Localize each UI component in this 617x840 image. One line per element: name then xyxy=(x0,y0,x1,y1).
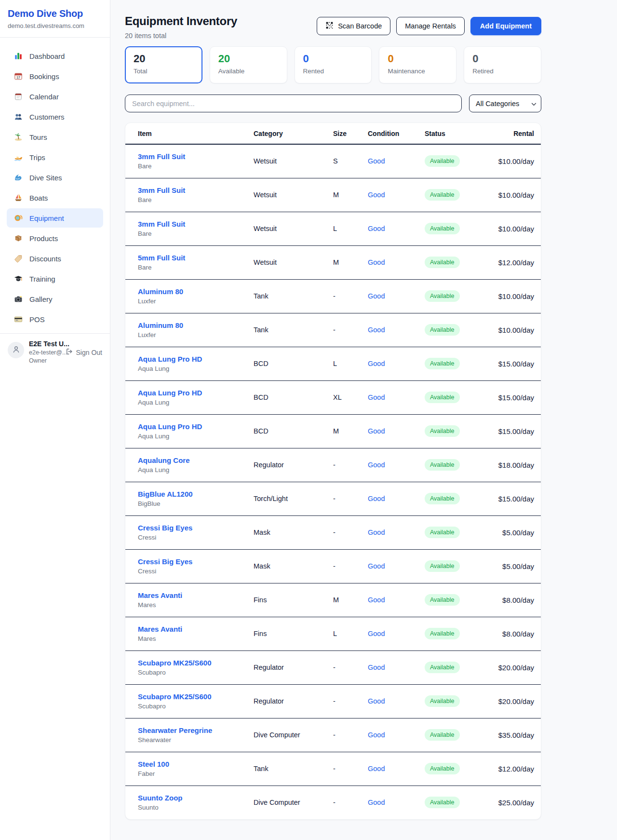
sidebar-item-trips[interactable]: Trips xyxy=(7,148,103,167)
item-condition-link[interactable]: Good xyxy=(368,427,385,435)
sidebar-item-dashboard[interactable]: Dashboard xyxy=(7,46,103,66)
item-name-link[interactable]: Scubapro MK25/S600 xyxy=(138,692,212,701)
sidebar-item-equipment[interactable]: Equipment xyxy=(7,208,103,228)
sidebar-item-discounts[interactable]: Discounts xyxy=(7,249,103,268)
item-name-link[interactable]: 3mm Full Suit xyxy=(138,186,185,194)
sidebar-item-label: Tours xyxy=(29,133,47,141)
item-condition-link[interactable]: Good xyxy=(368,258,385,266)
status-badge: Available xyxy=(425,628,460,639)
avatar xyxy=(8,342,24,358)
item-condition-link[interactable]: Good xyxy=(368,799,385,806)
logout-icon xyxy=(66,348,73,357)
status-badge: Available xyxy=(425,695,460,707)
item-rental-price: $20.00/day xyxy=(495,684,541,718)
item-rental-price: $10.00/day xyxy=(495,144,541,178)
stat-card-available[interactable]: 20 Available xyxy=(210,46,287,83)
brand-name[interactable]: Demo Dive Shop xyxy=(8,8,102,19)
item-size: - xyxy=(333,718,368,752)
item-condition-link[interactable]: Good xyxy=(368,191,385,199)
status-badge: Available xyxy=(425,527,460,538)
item-category: Regulator xyxy=(254,684,333,718)
column-header-item: Item xyxy=(125,123,254,144)
item-name-link[interactable]: Aqua Lung Pro HD xyxy=(138,422,202,431)
item-condition-link[interactable]: Good xyxy=(368,596,385,604)
item-rental-price: $15.00/day xyxy=(495,380,541,414)
item-condition-link[interactable]: Good xyxy=(368,562,385,570)
item-rental-price: $20.00/day xyxy=(495,650,541,684)
item-condition-link[interactable]: Good xyxy=(368,225,385,232)
item-condition-link[interactable]: Good xyxy=(368,326,385,334)
item-name-link[interactable]: 5mm Full Suit xyxy=(138,254,185,262)
stat-card-maintenance[interactable]: 0 Maintenance xyxy=(379,46,456,83)
scan-barcode-button[interactable]: Scan Barcode xyxy=(317,17,390,35)
item-name-link[interactable]: Scubapro MK25/S600 xyxy=(138,659,212,667)
item-brand: Aqua Lung xyxy=(138,433,254,440)
item-category: Wetsuit xyxy=(254,144,333,178)
stat-card-retired[interactable]: 0 Retired xyxy=(464,46,541,83)
status-badge: Available xyxy=(425,459,460,471)
search-input[interactable] xyxy=(125,95,462,112)
add-equipment-button[interactable]: Add Equipment xyxy=(470,17,541,35)
item-condition-link[interactable]: Good xyxy=(368,292,385,300)
item-name-link[interactable]: 3mm Full Suit xyxy=(138,220,185,228)
sidebar-item-icon xyxy=(13,152,23,162)
status-badge: Available xyxy=(425,594,460,606)
manage-rentals-button[interactable]: Manage Rentals xyxy=(396,17,465,35)
item-name-link[interactable]: 3mm Full Suit xyxy=(138,152,185,161)
sidebar-item-icon xyxy=(13,213,23,223)
item-condition-link[interactable]: Good xyxy=(368,630,385,637)
sidebar-item-bookings[interactable]: 17 Bookings xyxy=(7,67,103,86)
item-name-link[interactable]: Mares Avanti xyxy=(138,591,182,599)
category-select[interactable]: All Categories xyxy=(469,95,541,112)
sign-out-button[interactable]: Sign Out xyxy=(66,348,102,357)
item-name-link[interactable]: BigBlue AL1200 xyxy=(138,490,193,498)
sidebar-item-pos[interactable]: POS xyxy=(7,310,103,329)
sidebar-item-tours[interactable]: Tours xyxy=(7,127,103,147)
item-category: BCD xyxy=(254,347,333,380)
page-title: Equipment Inventory xyxy=(125,14,237,28)
item-name-link[interactable]: Aqua Lung Pro HD xyxy=(138,389,202,397)
table-row: Aluminum 80 Luxfer Tank - Good Available… xyxy=(125,313,541,347)
status-badge: Available xyxy=(425,560,460,572)
item-name-link[interactable]: Shearwater Peregrine xyxy=(138,726,212,734)
sidebar-item-calendar[interactable]: Calendar xyxy=(7,87,103,106)
item-name-link[interactable]: Steel 100 xyxy=(138,760,169,768)
item-name-link[interactable]: Aluminum 80 xyxy=(138,287,183,296)
item-condition-link[interactable]: Good xyxy=(368,731,385,739)
status-badge: Available xyxy=(425,324,460,336)
item-name-link[interactable]: Aqua Lung Pro HD xyxy=(138,355,202,363)
sidebar-item-label: Dive Sites xyxy=(29,174,62,182)
item-name-link[interactable]: Cressi Big Eyes xyxy=(138,524,192,532)
item-name-link[interactable]: Mares Avanti xyxy=(138,625,182,633)
stat-card-rented[interactable]: 0 Rented xyxy=(295,46,372,83)
item-condition-link[interactable]: Good xyxy=(368,393,385,401)
sidebar-item-training[interactable]: Training xyxy=(7,269,103,288)
item-name-link[interactable]: Aluminum 80 xyxy=(138,321,183,329)
item-rental-price: $12.00/day xyxy=(495,752,541,786)
sidebar-item-customers[interactable]: Customers xyxy=(7,107,103,126)
item-brand: Bare xyxy=(138,196,254,203)
item-category: Tank xyxy=(254,313,333,347)
sidebar-item-products[interactable]: Products xyxy=(7,229,103,248)
item-condition-link[interactable]: Good xyxy=(368,697,385,705)
item-name-link[interactable]: Aqualung Core xyxy=(138,456,190,464)
sidebar-item-dive-sites[interactable]: Dive Sites xyxy=(7,168,103,187)
item-rental-price: $15.00/day xyxy=(495,482,541,515)
item-name-link[interactable]: Suunto Zoop xyxy=(138,794,182,802)
item-condition-link[interactable]: Good xyxy=(368,495,385,502)
sidebar-item-label: Bookings xyxy=(29,72,59,81)
item-brand: Mares xyxy=(138,601,254,609)
sidebar-item-boats[interactable]: Boats xyxy=(7,188,103,207)
item-condition-link[interactable]: Good xyxy=(368,528,385,536)
item-condition-link[interactable]: Good xyxy=(368,157,385,165)
item-condition-link[interactable]: Good xyxy=(368,461,385,469)
item-condition-link[interactable]: Good xyxy=(368,664,385,671)
item-condition-link[interactable]: Good xyxy=(368,360,385,367)
item-size: XL xyxy=(333,380,368,414)
status-badge: Available xyxy=(425,797,460,808)
sidebar-item-gallery[interactable]: Gallery xyxy=(7,289,103,309)
stat-card-total[interactable]: 20 Total xyxy=(125,46,202,83)
item-brand: Aqua Lung xyxy=(138,365,254,372)
item-condition-link[interactable]: Good xyxy=(368,765,385,772)
item-name-link[interactable]: Cressi Big Eyes xyxy=(138,557,192,566)
